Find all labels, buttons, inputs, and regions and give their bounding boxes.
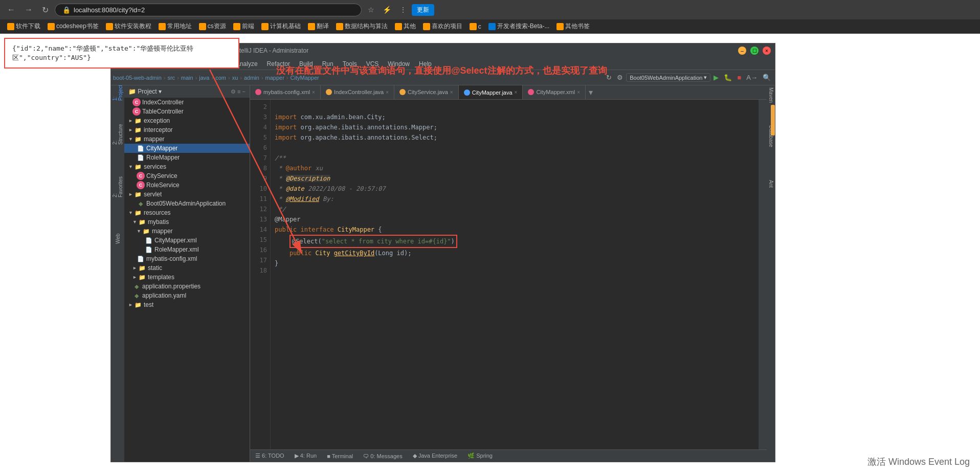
tree-item-citymapper[interactable]: 📄 CityMapper (124, 144, 250, 153)
tree-item-indexcontroller[interactable]: C IndexController (124, 98, 250, 107)
sidebar-favorites[interactable]: 2: Favorites (113, 182, 123, 192)
controller-icon: C (132, 98, 141, 106)
breadcrumb-xu[interactable]: xu (232, 75, 238, 81)
tree-item-rolemapper-xml[interactable]: 📄 RoleMapper.xml (124, 245, 250, 254)
tab-close-citymapper[interactable]: × (515, 89, 518, 95)
mapper-arrow: ▼ (128, 137, 133, 142)
forward-button[interactable]: → (21, 4, 36, 15)
tab-close-index[interactable]: × (386, 89, 389, 95)
bottom-tab-run[interactable]: ▶ 4: Run (292, 452, 320, 460)
tree-item-interceptor[interactable]: ► 📁 interceptor (124, 125, 250, 134)
tree-item-bootapp[interactable]: ◆ Boot05WebAdminApplication (124, 199, 250, 208)
tab-close-cityservice[interactable]: × (450, 89, 453, 95)
tree-item-cityservice[interactable]: C CityService (124, 171, 250, 181)
bookmark-install[interactable]: 软件安装教程 (103, 21, 154, 32)
tab-close-citymapper-xml[interactable]: × (577, 89, 580, 95)
tab-cityservice[interactable]: CityService.java × (394, 85, 459, 99)
browser-toolbar: ← → ↻ 🔒 localhost:8080/city?id=2 ☆ ⚡ ⋮ 更… (0, 0, 980, 19)
mapper-res-arrow: ▼ (137, 229, 141, 234)
tab-icon-cityservice (399, 89, 406, 95)
breadcrumb-project[interactable]: boot-05-web-admin (113, 75, 162, 81)
ant-panel[interactable]: Ant (768, 180, 774, 188)
breadcrumb-main[interactable]: main (181, 75, 193, 81)
services-arrow: ▼ (128, 164, 133, 169)
tab-close-mybatis[interactable]: × (312, 89, 315, 95)
bottom-tab-spring[interactable]: 🌿 Spring (464, 452, 496, 460)
tree-item-app-properties[interactable]: ◆ application.properties (124, 282, 250, 291)
tree-item-mapper-resources[interactable]: ▼ 📁 mapper (124, 227, 250, 236)
tree-item-app-yaml[interactable]: ◆ application.yaml (124, 291, 250, 300)
close-button[interactable]: × (763, 47, 771, 55)
tab-citymapper-xml[interactable]: CityMapper.xml × (523, 85, 586, 99)
tree-item-mybatis[interactable]: ▼ 📁 mybatis (124, 217, 250, 227)
bookmark-computer[interactable]: 计算机基础 (258, 21, 304, 32)
tree-item-services-folder[interactable]: ▼ 📁 services (124, 162, 250, 171)
tree-item-roleservice[interactable]: C RoleService (124, 181, 250, 190)
browser-chrome: ← → ↻ 🔒 localhost:8080/city?id=2 ☆ ⚡ ⋮ 更… (0, 0, 980, 34)
bookmark-frontend[interactable]: 前端 (230, 21, 257, 32)
breadcrumb-java[interactable]: java (199, 75, 209, 81)
bookmark-common[interactable]: 常用地址 (155, 21, 195, 32)
tree-item-static[interactable]: ► 📁 static (124, 263, 250, 273)
bookmark-software[interactable]: 软件下载 (4, 21, 43, 32)
toolbar-settings[interactable]: ⚙ (615, 73, 625, 82)
bookmark-icon-codesheep (48, 23, 55, 30)
bookmark-fav[interactable]: 喜欢的项目 (420, 21, 465, 32)
tab-indexcontroller[interactable]: IndexController.java × (321, 85, 394, 99)
bottom-tab-java-enterprise[interactable]: ◆ Java Enterprise (410, 452, 460, 460)
bookmark-c[interactable]: c (466, 22, 484, 31)
editor-scrollbar[interactable] (759, 100, 767, 449)
tab-more[interactable]: ▾ (586, 85, 596, 99)
stop-button[interactable]: ■ (735, 73, 743, 82)
breadcrumb-admin[interactable]: admin (244, 75, 259, 81)
ide-sidebar-icons: 1: Project 2: Structure 2: Favorites Web (111, 85, 124, 462)
tree-item-rolemapper[interactable]: 📄 RoleMapper (124, 153, 250, 162)
exception-folder-icon: 📁 (134, 117, 142, 125)
bottom-tab-messages[interactable]: 🗨 0: Messages (360, 452, 405, 460)
debug-button[interactable]: 🐛 (722, 73, 734, 82)
tree-item-resources[interactable]: ▼ 📁 resources (124, 208, 250, 217)
bookmark-other-books[interactable]: 其他书签 (553, 21, 593, 32)
menu-icon[interactable]: ⋮ (396, 4, 410, 15)
maximize-button[interactable]: ☐ (750, 47, 759, 55)
update-button[interactable]: 更新 (412, 4, 434, 16)
bookmark-dev-search[interactable]: 开发者搜索-Beta-... (485, 21, 553, 32)
bookmarks-bar: 软件下载 codesheep书签 软件安装教程 常用地址 cs资源 前端 计算机… (0, 19, 980, 34)
tree-item-citymapper-xml[interactable]: 📄 CityMapper.xml (124, 236, 250, 245)
bookmark-other[interactable]: 其他 (392, 21, 419, 32)
refresh-button[interactable]: ↻ (39, 4, 52, 16)
address-bar[interactable]: 🔒 localhost:8080/city?id=2 (55, 4, 362, 16)
tree-item-test[interactable]: ► 📁 test (124, 300, 250, 309)
maven-panel[interactable]: Maven (768, 87, 774, 103)
bottom-tab-todo[interactable]: ☰ 6: TODO (252, 452, 287, 460)
tree-item-exception[interactable]: ► 📁 exception (124, 116, 250, 125)
bookmark-algo[interactable]: 数据结构与算法 (333, 21, 391, 32)
translate-button[interactable]: A→ (744, 73, 760, 82)
sidebar-structure[interactable]: 2: Structure (113, 129, 123, 140)
minimize-button[interactable]: – (738, 47, 746, 55)
breadcrumb-com[interactable]: com (215, 75, 226, 81)
tree-item-mapper-folder[interactable]: ▼ 📁 mapper (124, 134, 250, 144)
search-button[interactable]: 🔍 (761, 73, 773, 82)
tree-item-tablecontroller[interactable]: C TableController (124, 107, 250, 116)
run-button[interactable]: ▶ (711, 73, 721, 82)
tree-item-mybatis-config[interactable]: 📄 mybatis-config.xml (124, 254, 250, 263)
bookmark-codesheep[interactable]: codesheep书签 (44, 21, 102, 32)
bookmark-icon-computer (261, 23, 269, 30)
run-config[interactable]: Boot05WebAdminApplication ▾ (626, 73, 710, 82)
breadcrumb-src[interactable]: src (167, 75, 175, 81)
bookmark-translate[interactable]: 翻译 (305, 21, 332, 32)
sidebar-project[interactable]: 1: Project (113, 87, 123, 98)
tab-mybatis-config[interactable]: mybatis-config.xml × (250, 85, 321, 99)
code-line-10: * @date 2022/10/08 - 20:57:07 (275, 184, 754, 194)
extensions-icon[interactable]: ⚡ (380, 4, 394, 15)
resources-arrow: ▼ (128, 210, 133, 215)
sidebar-web[interactable]: Web (113, 234, 123, 244)
bookmark-cs[interactable]: cs资源 (196, 21, 229, 32)
tree-item-servlet[interactable]: ► 📁 servlet (124, 190, 250, 199)
tab-citymapper[interactable]: CityMapper.java × (459, 85, 523, 99)
bookmark-icon[interactable]: ☆ (365, 4, 377, 15)
bottom-tab-terminal[interactable]: ■ Terminal (324, 452, 356, 460)
tree-item-templates[interactable]: ► 📁 templates (124, 273, 250, 282)
back-button[interactable]: ← (4, 4, 18, 15)
